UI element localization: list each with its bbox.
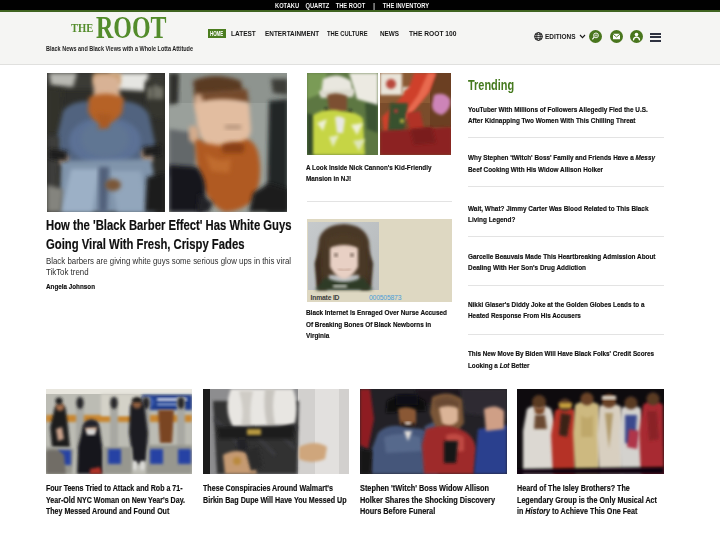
svg-text:Inmate ID: Inmate ID (311, 294, 340, 301)
svg-text:000505873: 000505873 (369, 294, 402, 301)
